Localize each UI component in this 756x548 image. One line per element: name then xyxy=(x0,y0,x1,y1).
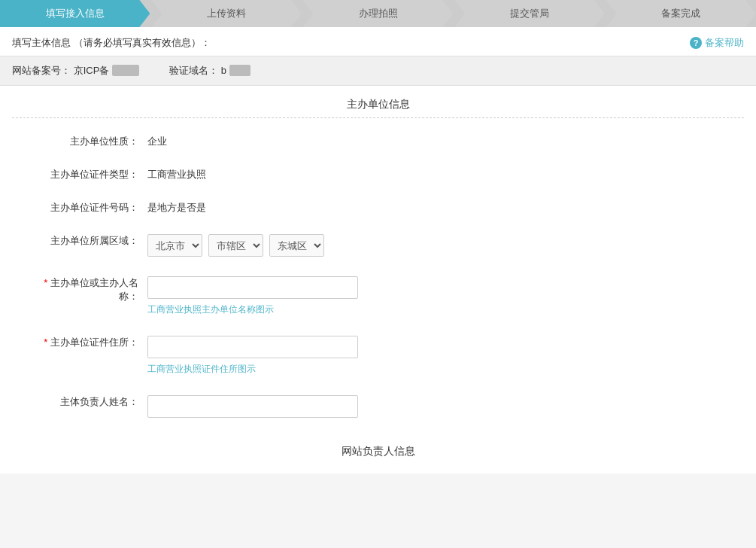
domain-blur xyxy=(229,65,251,76)
label-unit-nature: 主办单位性质： xyxy=(27,130,147,148)
question-icon: ? xyxy=(690,37,702,49)
select-district[interactable]: 东城区 xyxy=(269,234,324,257)
value-responsible-name xyxy=(147,391,729,418)
help-link[interactable]: ? 备案帮助 xyxy=(690,36,744,50)
form-area: 主办单位信息 主办单位性质： 企业 主办单位证件类型： 工商营业执照 主办单位证… xyxy=(0,86,756,473)
label-unit-name: 主办单位或主办人名称： xyxy=(27,272,147,303)
domain-info: 验证域名： b xyxy=(169,64,250,78)
input-unit-name[interactable] xyxy=(147,276,358,299)
progress-bar: 填写接入信息 上传资料 办理拍照 提交管局 备案完成 xyxy=(0,0,756,27)
main-container: 填写主体信息 （请务必填写真实有效信息）： ? 备案帮助 网站备案号： 京ICP… xyxy=(0,27,756,473)
page-header: 填写主体信息 （请务必填写真实有效信息）： ? 备案帮助 xyxy=(0,27,756,56)
section-main-unit-header: 主办单位信息 xyxy=(12,86,744,117)
label-cert-type: 主办单位证件类型： xyxy=(27,163,147,181)
value-unit-name: 工商营业执照主办单位名称图示 xyxy=(147,272,729,316)
input-responsible-name[interactable] xyxy=(147,395,358,418)
step-label-3: 办理拍照 xyxy=(359,7,398,20)
field-unit-name: 主办单位或主办人名称： 工商营业执照主办单位名称图示 xyxy=(12,272,744,316)
field-cert-no: 主办单位证件号码： 是地方是否是 xyxy=(12,196,744,215)
progress-step-5[interactable]: 备案完成 xyxy=(606,0,756,27)
label-cert-no: 主办单位证件号码： xyxy=(27,196,147,215)
page-title: 填写主体信息 （请务必填写真实有效信息）： xyxy=(12,36,211,50)
link-unit-name[interactable]: 工商营业执照主办单位名称图示 xyxy=(147,303,729,316)
label-cert-address: 主办单位证件住所： xyxy=(27,331,147,349)
label-region: 主办单位所属区域： xyxy=(27,230,147,248)
select-city[interactable]: 市辖区 xyxy=(208,234,263,257)
record-no-blur xyxy=(112,65,139,76)
label-responsible-name: 主体负责人姓名： xyxy=(27,391,147,409)
select-province[interactable]: 北京市 xyxy=(147,234,202,257)
field-cert-address: 主办单位证件住所： 工商营业执照证件住所图示 xyxy=(12,331,744,376)
link-cert-address[interactable]: 工商营业执照证件住所图示 xyxy=(147,363,729,376)
field-unit-nature: 主办单位性质： 企业 xyxy=(12,130,744,148)
progress-step-1[interactable]: 填写接入信息 xyxy=(0,0,150,27)
input-cert-address[interactable] xyxy=(147,336,358,358)
section-website-responsible-header: 网站负责人信息 xyxy=(12,433,744,461)
progress-step-3[interactable]: 办理拍照 xyxy=(303,0,453,27)
step-label-2: 上传资料 xyxy=(207,7,246,20)
info-bar: 网站备案号： 京ICP备 验证域名： b xyxy=(0,56,756,86)
value-cert-address: 工商营业执照证件住所图示 xyxy=(147,331,729,376)
step-label-4: 提交管局 xyxy=(510,7,549,20)
progress-step-4[interactable]: 提交管局 xyxy=(454,0,604,27)
dropdowns-region: 北京市 市辖区 东城区 xyxy=(147,234,729,257)
title-subtitle: （请务必填写真实有效信息）： xyxy=(74,37,211,48)
value-cert-type: 工商营业执照 xyxy=(147,163,729,181)
step-label-5: 备案完成 xyxy=(661,7,700,20)
step-label-1: 填写接入信息 xyxy=(46,7,105,20)
field-region: 主办单位所属区域： 北京市 市辖区 东城区 xyxy=(12,230,744,257)
value-cert-no: 是地方是否是 xyxy=(147,196,729,215)
title-text: 填写主体信息 xyxy=(12,37,71,48)
value-unit-nature: 企业 xyxy=(147,130,729,148)
record-no: 网站备案号： 京ICP备 xyxy=(12,64,139,78)
help-label: 备案帮助 xyxy=(705,36,744,50)
field-responsible-name: 主体负责人姓名： xyxy=(12,391,744,418)
progress-step-2[interactable]: 上传资料 xyxy=(151,0,301,27)
section-divider xyxy=(12,117,744,118)
field-cert-type: 主办单位证件类型： 工商营业执照 xyxy=(12,163,744,181)
value-region: 北京市 市辖区 东城区 xyxy=(147,230,729,257)
